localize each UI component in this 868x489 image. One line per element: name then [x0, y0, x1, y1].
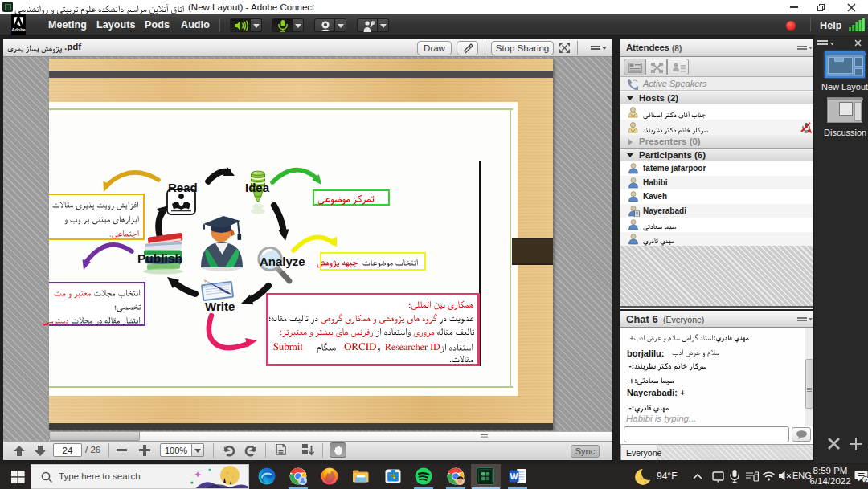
svg-text:W: W — [510, 471, 518, 481]
svg-text:2: 2 — [864, 477, 868, 484]
